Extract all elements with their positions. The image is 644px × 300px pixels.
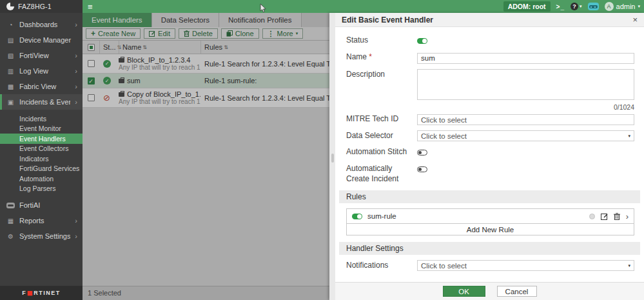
char-counter: 0/1024: [417, 103, 634, 111]
fortinet-logo-grid-icon: ▦: [27, 290, 34, 296]
kebab-dots-icon: ⋮: [268, 30, 275, 38]
cli-console-icon[interactable]: >_: [556, 3, 565, 10]
mouse-cursor: [260, 3, 267, 14]
sidebar-item-fortiai[interactable]: FortiAI: [0, 197, 83, 213]
row-checkbox[interactable]: [88, 77, 95, 85]
sidebar-footer: F▦RTINET: [0, 286, 83, 300]
description-label: Description: [346, 69, 417, 111]
notifications-dropdown[interactable]: Click to select ▾: [417, 260, 634, 271]
chevron-right-icon: ›: [75, 217, 77, 225]
app-window: FAZ8HG-1 ≡ ADOM: root >_ ? ▾ A admin ▾ ◔…: [0, 0, 644, 300]
sidebar-item-device-manager[interactable]: ▤ Device Manager: [0, 32, 83, 48]
chevron-down-icon: ▾: [628, 134, 630, 139]
handler-icon: [119, 92, 124, 97]
incidents-events-icon: ▣: [6, 99, 15, 106]
sidebar-item-log-view[interactable]: ▥ Log View ›: [0, 63, 83, 79]
row-checkbox[interactable]: [88, 94, 95, 101]
sidebar-item-event-collectors[interactable]: Event Collectors: [0, 144, 83, 154]
column-header-status[interactable]: St... ⇅: [99, 41, 119, 54]
chevron-right-icon: ›: [75, 52, 77, 59]
description-textarea[interactable]: [417, 69, 634, 100]
status-label: Status: [346, 35, 417, 46]
rules-section-header: Rules: [339, 190, 640, 203]
tab-data-selectors[interactable]: Data Selectors: [152, 13, 219, 27]
gear-icon: ⚙: [6, 233, 15, 240]
log-view-icon: ▥: [6, 68, 15, 75]
sidebar-item-system-settings[interactable]: ⚙ System Settings ›: [0, 228, 83, 244]
rule-expand-chevron-icon[interactable]: ›: [626, 212, 629, 221]
sidebar-item-fortiview[interactable]: ▧ FortiView ›: [0, 48, 83, 63]
status-toggle[interactable]: [417, 38, 427, 44]
sort-icon: ⇅: [224, 45, 228, 50]
device-name: FAZ8HG-1: [18, 3, 52, 10]
sort-icon: ⇅: [142, 45, 147, 50]
plus-icon: +: [91, 30, 95, 37]
sidebar-item-fortiguard-services[interactable]: FortiGuard Services: [0, 164, 83, 174]
resize-grip-icon[interactable]: [331, 154, 334, 163]
cancel-button[interactable]: Cancel: [497, 286, 537, 297]
tab-event-handlers[interactable]: Event Handlers: [83, 13, 152, 27]
sidebar-item-indicators[interactable]: Indicators: [0, 154, 83, 164]
help-icon: ?: [571, 3, 578, 10]
rule-name: sum-rule: [367, 212, 584, 220]
row-checkbox[interactable]: [88, 60, 95, 67]
fortiai-robot-icon[interactable]: [588, 3, 599, 10]
rule-delete-icon[interactable]: [614, 213, 620, 220]
edit-button[interactable]: Edit: [144, 28, 175, 39]
chevron-down-icon: ▾: [638, 4, 640, 9]
fabric-view-icon: ▩: [6, 83, 15, 90]
select-all-checkbox[interactable]: [88, 44, 95, 51]
sidebar-item-event-handlers[interactable]: Event Handlers: [0, 134, 83, 144]
rule-row[interactable]: sum-rule ›: [346, 208, 634, 224]
user-name: admin: [616, 3, 636, 10]
delete-button[interactable]: Delete: [179, 28, 218, 39]
pencil-square-icon: [149, 30, 155, 37]
adom-badge[interactable]: ADOM: root: [503, 1, 551, 12]
chevron-right-icon: ›: [75, 21, 77, 28]
clone-button[interactable]: Clone: [221, 28, 259, 39]
sidebar-item-reports[interactable]: ▦ Reports ›: [0, 213, 83, 228]
sidebar-item-log-parsers[interactable]: Log Parsers: [0, 184, 83, 194]
more-button[interactable]: ⋮ More ▾: [262, 28, 304, 39]
fortianalyzer-logo-icon: [6, 3, 14, 10]
handler-icon: [119, 58, 124, 63]
fortiview-icon: ▧: [6, 52, 15, 59]
top-navbar: FAZ8HG-1 ≡ ADOM: root >_ ? ▾ A admin ▾: [0, 0, 644, 13]
sidebar-item-automation[interactable]: Automation: [0, 174, 83, 184]
panel-header: Edit Basic Event Handler ×: [335, 13, 644, 27]
rule-edit-icon[interactable]: [601, 213, 608, 220]
chevron-right-icon: ›: [75, 232, 77, 240]
help-menu[interactable]: ? ▾: [571, 3, 582, 10]
hamburger-menu-icon[interactable]: ≡: [88, 2, 93, 12]
column-header-name[interactable]: Name ⇅: [119, 41, 200, 54]
status-enabled-icon: ✓: [103, 77, 111, 85]
mitre-tech-id-input[interactable]: [417, 114, 634, 125]
create-new-button[interactable]: + Create New: [86, 28, 141, 39]
sidebar-item-fabric-view[interactable]: ▩ Fabric View ›: [0, 79, 83, 94]
name-input[interactable]: [417, 53, 634, 64]
user-menu[interactable]: A admin ▾: [605, 2, 640, 11]
ok-button[interactable]: OK: [443, 286, 485, 297]
close-icon[interactable]: ×: [632, 15, 638, 24]
data-selector-dropdown[interactable]: Click to select ▾: [417, 130, 634, 141]
automation-stitch-toggle[interactable]: [417, 150, 427, 155]
auto-create-incident-label: Automatically Create Incident: [346, 163, 417, 184]
rule-duplicate-icon[interactable]: [589, 214, 595, 219]
trash-icon: [184, 30, 190, 37]
auto-create-incident-toggle[interactable]: [417, 166, 427, 172]
tab-notification-profiles[interactable]: Notification Profiles: [219, 13, 301, 27]
dashboards-icon: ◔: [6, 21, 15, 28]
rule-toggle[interactable]: [352, 214, 362, 219]
sidebar-item-incidents-events[interactable]: ▣ Incidents & Events ›: [0, 94, 83, 110]
sidebar-item-dashboards[interactable]: ◔ Dashboards ›: [0, 17, 83, 32]
chevron-right-icon: ›: [75, 67, 77, 75]
add-new-rule-button[interactable]: Add New Rule: [346, 224, 634, 235]
sidebar-item-event-monitor[interactable]: Event Monitor: [0, 124, 83, 134]
panel-title: Edit Basic Event Handler: [342, 15, 632, 25]
panel-resize-strip[interactable]: [329, 13, 335, 300]
brand-area: FAZ8HG-1: [0, 0, 83, 13]
sidebar-item-incidents[interactable]: Incidents: [0, 114, 83, 124]
sidebar-nav: ◔ Dashboards › ▤ Device Manager ▧ FortiV…: [0, 13, 83, 286]
automation-stitch-label: Automation Stitch: [346, 146, 417, 158]
panel-body: Status Name * Description 0/1024 MITRE T…: [335, 27, 644, 282]
